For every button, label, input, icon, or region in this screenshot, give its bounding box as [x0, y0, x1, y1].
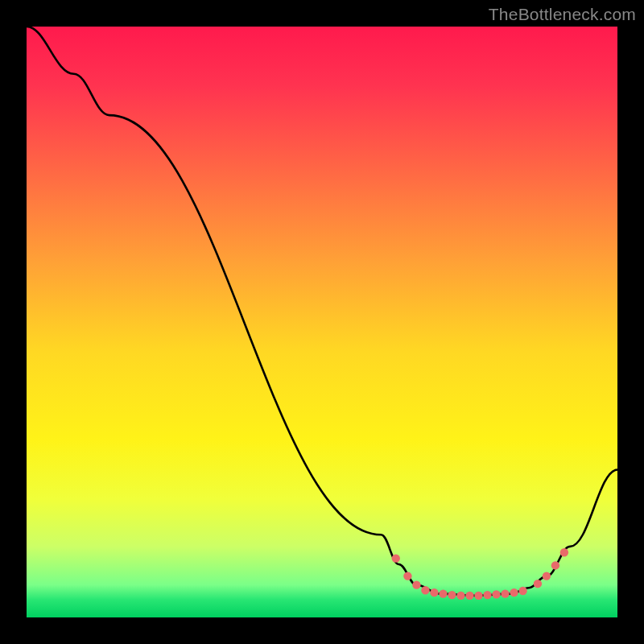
data-marker: [560, 548, 568, 556]
data-marker: [465, 592, 473, 600]
data-marker: [392, 554, 400, 562]
data-marker: [510, 588, 518, 597]
data-marker: [403, 572, 411, 580]
chart-frame: TheBottleneck.com: [0, 0, 644, 644]
data-marker: [534, 580, 542, 588]
data-marker: [412, 580, 420, 588]
data-marker: [421, 586, 429, 594]
data-marker: [430, 588, 438, 597]
data-marker: [439, 589, 447, 597]
plot-svg: [27, 27, 617, 617]
data-marker: [492, 590, 500, 598]
watermark-text: TheBottleneck.com: [489, 5, 636, 24]
data-marker: [474, 592, 482, 600]
data-marker: [518, 587, 526, 595]
data-marker: [543, 572, 551, 580]
data-marker: [456, 592, 464, 600]
data-marker: [551, 561, 559, 569]
data-marker: [448, 591, 456, 599]
data-marker: [483, 591, 491, 599]
data-marker: [501, 589, 509, 597]
plot-area: [27, 27, 617, 617]
